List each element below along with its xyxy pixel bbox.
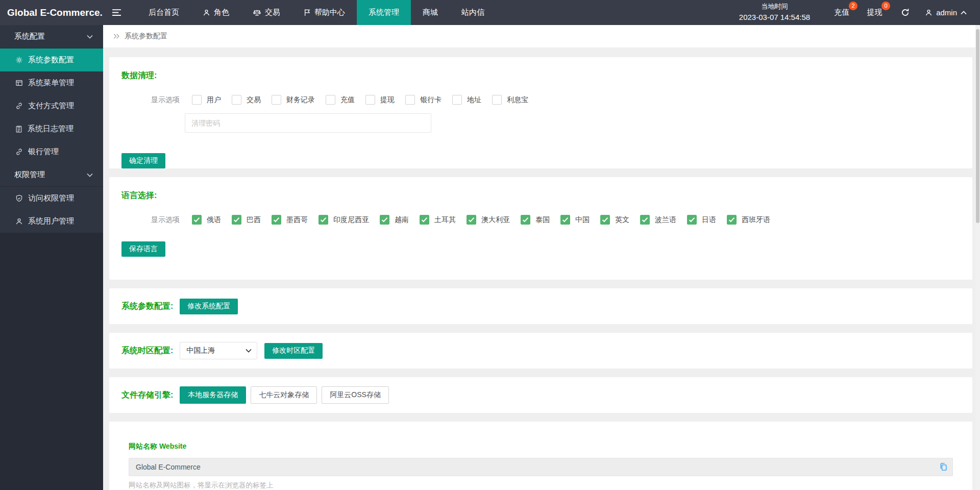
scrollbar-thumb[interactable] bbox=[976, 29, 979, 223]
checkbox-unchecked[interactable] bbox=[192, 95, 202, 105]
top-navbar: Global E-Commerce... 后台首页角色交易帮助中心系统管理商城站… bbox=[0, 0, 980, 25]
sidebar-item[interactable]: 系统日志管理 bbox=[0, 117, 103, 140]
language-option[interactable]: 泰国 bbox=[521, 215, 550, 225]
person-icon bbox=[203, 9, 210, 16]
language-option[interactable]: 中国 bbox=[560, 215, 590, 225]
confirm-clean-button[interactable]: 确定清理 bbox=[121, 153, 165, 168]
hamburger-button[interactable] bbox=[103, 0, 130, 25]
checkbox-unchecked[interactable] bbox=[405, 95, 415, 105]
recharge-badge: 2 bbox=[849, 2, 857, 10]
sidebar-group-header[interactable]: 权限管理 bbox=[0, 163, 103, 187]
storage-option-button-3[interactable]: 阿里云OSS存储 bbox=[322, 386, 389, 404]
checkbox-checked[interactable] bbox=[687, 215, 697, 225]
data-clean-option[interactable]: 地址 bbox=[452, 95, 481, 105]
withdraw-button[interactable]: 提现 0 bbox=[867, 8, 882, 17]
modify-timezone-button[interactable]: 修改时区配置 bbox=[264, 343, 323, 359]
data-clean-option[interactable]: 用户 bbox=[192, 95, 221, 105]
nav-item-3[interactable]: 交易 bbox=[241, 0, 292, 25]
checkbox-label: 印度尼西亚 bbox=[333, 215, 369, 225]
website-name-input[interactable] bbox=[129, 458, 953, 476]
data-clean-option[interactable]: 充值 bbox=[326, 95, 355, 105]
checkbox-unchecked[interactable] bbox=[452, 95, 462, 105]
clean-password-input[interactable] bbox=[185, 113, 431, 133]
checkbox-label: 提现 bbox=[380, 95, 395, 105]
nav-item-6[interactable]: 商城 bbox=[411, 0, 450, 25]
language-option[interactable]: 波兰语 bbox=[640, 215, 676, 225]
copy-icon[interactable] bbox=[939, 462, 947, 473]
storage-label: 文件存储引擎: bbox=[121, 390, 173, 401]
checkbox-checked[interactable] bbox=[272, 215, 281, 225]
checkbox-unchecked[interactable] bbox=[272, 95, 281, 105]
language-option[interactable]: 日语 bbox=[687, 215, 716, 225]
recharge-label: 充值 bbox=[834, 8, 849, 16]
save-language-button[interactable]: 保存语言 bbox=[121, 241, 165, 257]
language-option[interactable]: 墨西哥 bbox=[272, 215, 308, 225]
modify-system-config-button[interactable]: 修改系统配置 bbox=[180, 299, 238, 314]
data-clean-option[interactable]: 财务记录 bbox=[272, 95, 315, 105]
recharge-button[interactable]: 充值 2 bbox=[834, 8, 849, 17]
nav-item-1[interactable]: 后台首页 bbox=[137, 0, 191, 25]
checkbox-unchecked[interactable] bbox=[365, 95, 375, 105]
data-clean-option[interactable]: 交易 bbox=[232, 95, 261, 105]
checkbox-checked[interactable] bbox=[640, 215, 650, 225]
sidebar-item-label: 系统菜单管理 bbox=[28, 78, 74, 88]
language-option[interactable]: 英文 bbox=[600, 215, 629, 225]
checkbox-checked[interactable] bbox=[467, 215, 476, 225]
chevron-down-icon bbox=[87, 173, 93, 177]
checkbox-label: 墨西哥 bbox=[286, 215, 308, 225]
checkbox-checked[interactable] bbox=[521, 215, 530, 225]
language-option[interactable]: 俄语 bbox=[192, 215, 221, 225]
language-card: 语言选择: 显示选项 俄语巴西墨西哥印度尼西亚越南土耳其澳大利亚泰国中国英文波兰… bbox=[109, 177, 972, 280]
checkbox-checked[interactable] bbox=[380, 215, 389, 225]
chevron-down-icon bbox=[246, 349, 252, 353]
sidebar-item[interactable]: 银行管理 bbox=[0, 140, 103, 163]
timezone-select[interactable]: 中国上海 bbox=[180, 342, 257, 359]
storage-option-button-2[interactable]: 七牛云对象存储 bbox=[251, 386, 317, 404]
checkbox-label: 巴西 bbox=[247, 215, 261, 225]
checkbox-unchecked[interactable] bbox=[492, 95, 502, 105]
nav-item-2[interactable]: 角色 bbox=[191, 0, 241, 25]
sidebar-item[interactable]: 系统菜单管理 bbox=[0, 71, 103, 94]
checkbox-checked[interactable] bbox=[192, 215, 202, 225]
nav-item-7[interactable]: 站内信 bbox=[450, 0, 496, 25]
language-option[interactable]: 西班牙语 bbox=[727, 215, 770, 225]
storage-option-button-1[interactable]: 本地服务器存储 bbox=[180, 386, 246, 404]
user-menu[interactable]: admin bbox=[925, 8, 967, 17]
sidebar-item[interactable]: 系统参数配置 bbox=[0, 48, 103, 71]
checkbox-checked[interactable] bbox=[232, 215, 241, 225]
options-label: 显示选项 bbox=[151, 215, 180, 225]
nav-item-4[interactable]: 帮助中心 bbox=[292, 0, 357, 25]
checkbox-label: 银行卡 bbox=[420, 95, 442, 105]
nav-item-5[interactable]: 系统管理 bbox=[357, 0, 411, 25]
withdraw-badge: 0 bbox=[881, 2, 890, 10]
sidebar-group-header[interactable]: 系统配置 bbox=[0, 25, 103, 48]
language-option[interactable]: 巴西 bbox=[232, 215, 261, 225]
language-option[interactable]: 印度尼西亚 bbox=[318, 215, 369, 225]
checkbox-checked[interactable] bbox=[560, 215, 570, 225]
sidebar-item[interactable]: 系统用户管理 bbox=[0, 210, 103, 233]
checkbox-checked[interactable] bbox=[600, 215, 610, 225]
checkbox-unchecked[interactable] bbox=[232, 95, 241, 105]
sidebar-item[interactable]: 访问权限管理 bbox=[0, 187, 103, 210]
sidebar-group-label: 系统配置 bbox=[14, 32, 45, 41]
sidebar-item[interactable]: 支付方式管理 bbox=[0, 94, 103, 117]
checkbox-unchecked[interactable] bbox=[326, 95, 335, 105]
checkbox-label: 用户 bbox=[207, 95, 221, 105]
checkbox-checked[interactable] bbox=[420, 215, 429, 225]
checkbox-label: 地址 bbox=[467, 95, 481, 105]
website-name-input-wrap bbox=[129, 458, 953, 476]
refresh-button[interactable] bbox=[901, 8, 910, 17]
data-clean-option[interactable]: 利息宝 bbox=[492, 95, 528, 105]
checkbox-checked[interactable] bbox=[727, 215, 737, 225]
language-option[interactable]: 土耳其 bbox=[420, 215, 456, 225]
sidebar: 系统配置系统参数配置系统菜单管理支付方式管理系统日志管理银行管理权限管理访问权限… bbox=[0, 25, 103, 490]
data-clean-option[interactable]: 银行卡 bbox=[405, 95, 442, 105]
nav-item-label: 角色 bbox=[214, 8, 229, 17]
data-clean-option[interactable]: 提现 bbox=[365, 95, 395, 105]
checkbox-label: 财务记录 bbox=[286, 95, 315, 105]
language-option[interactable]: 越南 bbox=[380, 215, 409, 225]
language-option[interactable]: 澳大利亚 bbox=[467, 215, 510, 225]
nav-item-label: 交易 bbox=[265, 8, 280, 17]
page-scrollbar[interactable] bbox=[975, 25, 980, 490]
checkbox-checked[interactable] bbox=[318, 215, 328, 225]
